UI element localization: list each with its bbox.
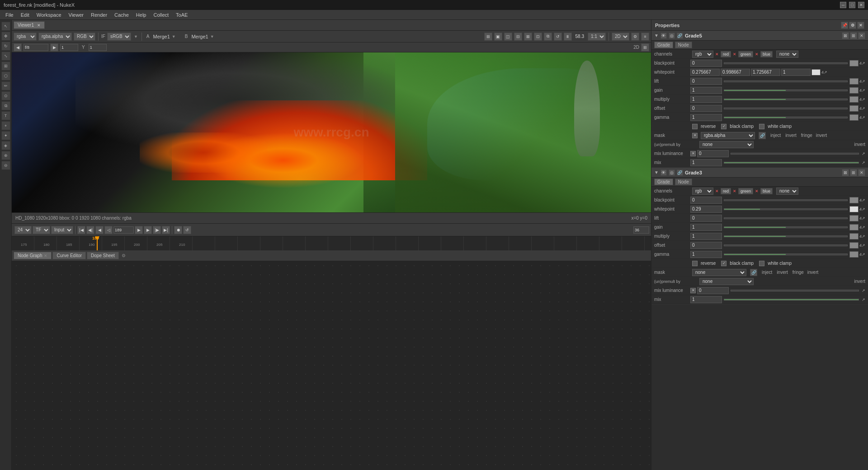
grade5-gain-slider[interactable] — [724, 89, 848, 91]
prev-frame-arrow[interactable]: ◀ — [14, 43, 22, 52]
grade3-gamma-input[interactable] — [690, 251, 722, 258]
grade3-red-btn[interactable]: red — [721, 188, 731, 194]
grade5-hdr-btn1[interactable]: ⊠ — [842, 32, 849, 39]
grade3-green-x[interactable]: ✕ — [733, 189, 736, 193]
grade3-multiply-link[interactable]: ↗ — [862, 234, 865, 239]
grade5-extra-channel-select[interactable]: none — [776, 51, 798, 58]
grade5-whitepoint-r[interactable] — [690, 69, 720, 76]
grade5-gamma-input[interactable] — [690, 114, 722, 121]
grade5-collapse-btn[interactable]: ▼ — [654, 33, 659, 38]
grade3-offset-slider[interactable] — [724, 244, 848, 246]
grade5-blue-x[interactable]: ✕ — [755, 52, 759, 56]
tool-plus[interactable]: ⊕ — [1, 151, 10, 160]
timeline-input-select[interactable]: Input — [51, 226, 73, 234]
view-2d-btn[interactable]: ⊞ — [641, 43, 649, 52]
menu-toae[interactable]: ToAE — [172, 11, 191, 19]
grade5-tab-node[interactable]: Node — [675, 42, 692, 48]
grade3-channels-select[interactable]: rgbrgbaall — [692, 188, 713, 195]
grade5-offset-link[interactable]: ↗ — [862, 106, 865, 111]
grade5-mixlum-check[interactable]: ✕ — [690, 151, 696, 156]
grade3-blackpoint-link[interactable]: ↗ — [862, 198, 865, 202]
step-forward-btn[interactable]: ▶ — [144, 226, 152, 234]
goto-end-btn[interactable]: ▶| — [162, 226, 170, 234]
mask-icon[interactable]: ▣ — [494, 33, 502, 41]
grade3-chain-btn[interactable]: 🔗 — [677, 169, 683, 176]
grade5-eye-btn[interactable]: 👁 — [660, 33, 667, 39]
grade3-gamma-slider[interactable] — [724, 254, 848, 255]
grade3-lift-link[interactable]: ↗ — [862, 216, 865, 221]
viewer-tab[interactable]: Viewer1 ✕ — [14, 21, 45, 29]
grade5-mask-check[interactable]: ✕ — [692, 133, 698, 138]
grade3-tab-node[interactable]: Node — [675, 179, 692, 185]
grade5-offset-swatch[interactable] — [849, 105, 859, 112]
grade3-mixlum-link[interactable]: ↗ — [862, 288, 865, 293]
grade5-whitepoint-link[interactable]: ↗ — [824, 70, 827, 75]
grade3-lift-swatch[interactable] — [849, 215, 859, 221]
minimize-button[interactable]: ─ — [840, 2, 846, 8]
grade3-unpremult-select[interactable]: none — [699, 278, 754, 285]
grade3-gain-link[interactable]: ↗ — [862, 225, 865, 230]
end-frame-input[interactable] — [633, 226, 649, 234]
tab-curve-editor[interactable]: Curve Editor — [52, 252, 86, 259]
grade5-blackpoint-link[interactable]: ↗ — [862, 61, 865, 66]
menu-collect[interactable]: Collect — [150, 11, 172, 19]
safe-icon[interactable]: ⊡ — [534, 33, 542, 41]
grade5-hdr-btn2[interactable]: ⊞ — [850, 32, 857, 39]
loop-btn[interactable]: ↺ — [183, 226, 191, 234]
merge-b-display[interactable]: Merge1 ▼ — [191, 34, 214, 39]
grade5-mixlum-link[interactable]: ↗ — [862, 151, 865, 156]
grade5-lift-slider[interactable] — [724, 80, 848, 82]
timeline-fps-select[interactable]: 242530 — [14, 226, 32, 234]
compare-icon[interactable]: ⧉ — [544, 33, 552, 41]
grade3-hdr-close[interactable]: ✕ — [858, 169, 865, 176]
grade3-blackpoint-swatch[interactable] — [849, 197, 859, 203]
tab-node-graph-close[interactable]: ✕ — [44, 254, 47, 258]
grade3-gain-slider[interactable] — [724, 226, 848, 228]
grade3-whiteclamp-check[interactable] — [759, 261, 764, 266]
grade3-eye-btn[interactable]: 👁 — [660, 169, 667, 176]
tool-eyedropper[interactable]: ⊙ — [1, 91, 10, 100]
grade3-red-x[interactable]: ✕ — [715, 189, 719, 193]
grade3-multiply-input[interactable] — [690, 233, 722, 240]
grade3-lift-slider[interactable] — [724, 217, 848, 219]
grade5-gain-swatch[interactable] — [849, 87, 859, 94]
grade3-mask-link-btn[interactable]: 🔗 — [750, 269, 757, 276]
grade3-collapse-btn[interactable]: ▼ — [654, 170, 659, 175]
grade3-mixlum-input[interactable] — [697, 287, 729, 294]
grade5-target-btn[interactable]: ◎ — [669, 33, 675, 39]
guide-icon[interactable]: ⊠ — [524, 33, 532, 41]
grade3-whitepoint-swatch[interactable] — [849, 206, 859, 212]
script-icon[interactable]: ≡ — [641, 33, 649, 41]
settings-icon[interactable]: ⚙ — [631, 33, 639, 41]
grade3-mix-slider[interactable] — [724, 299, 859, 301]
close-button[interactable]: ✕ — [858, 2, 864, 8]
lut-select[interactable]: sRGB — [107, 33, 131, 41]
tool-rotate[interactable]: ↻ — [1, 42, 10, 51]
grade5-fringe-btn[interactable]: fringe — [801, 133, 812, 138]
grade5-tab-grade[interactable]: Grade — [654, 42, 673, 48]
channels-select[interactable]: rgbargbalpha — [14, 33, 37, 41]
grade3-extra-channel-select[interactable]: none — [776, 188, 798, 195]
grade5-blackpoint-swatch[interactable] — [849, 60, 859, 66]
step-back-btn[interactable]: ◀ — [95, 226, 104, 234]
grade5-whitepoint-g[interactable] — [721, 69, 750, 76]
grade5-multiply-slider[interactable] — [724, 99, 848, 100]
timeline-ruler[interactable]: 175 180 185 190 195 200 205 210 189 — [12, 236, 651, 251]
tool-select[interactable]: ↖ — [1, 22, 10, 31]
viewer-tab-close[interactable]: ✕ — [37, 23, 41, 28]
grade5-channels-select[interactable]: rgbrgbaall — [692, 51, 713, 58]
split-icon[interactable]: ◫ — [504, 33, 512, 41]
grid-icon[interactable]: ⊟ — [514, 33, 522, 41]
grade3-offset-swatch[interactable] — [849, 242, 859, 249]
grade3-blackpoint-slider[interactable] — [724, 199, 848, 201]
grade3-unpremult-invert[interactable]: invert — [854, 279, 865, 284]
grade5-mask-invert-right[interactable]: invert — [816, 133, 827, 138]
grade5-mask-channel-select[interactable]: rgba.alphanone — [701, 132, 755, 139]
grade3-gamma-link[interactable]: ↗ — [862, 252, 865, 257]
grade5-green-x[interactable]: ✕ — [733, 52, 736, 56]
grade5-multiply-input[interactable] — [690, 96, 722, 103]
grade5-whitepoint-b[interactable] — [751, 69, 780, 76]
grade3-mixlum-slider[interactable] — [731, 290, 859, 291]
record-btn[interactable]: ⏺ — [174, 226, 182, 234]
grade5-multiply-swatch[interactable] — [849, 96, 859, 103]
